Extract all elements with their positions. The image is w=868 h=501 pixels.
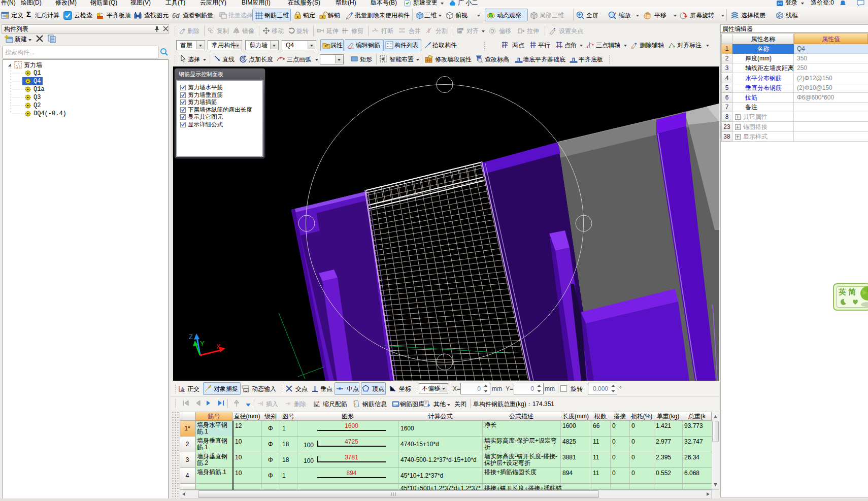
svg-text:12: 12 xyxy=(244,389,248,392)
svg-text:Z: Z xyxy=(189,333,193,341)
svg-text:Y: Y xyxy=(200,340,205,347)
svg-text:6d: 6d xyxy=(172,12,180,19)
svg-text:X: X xyxy=(216,343,221,350)
